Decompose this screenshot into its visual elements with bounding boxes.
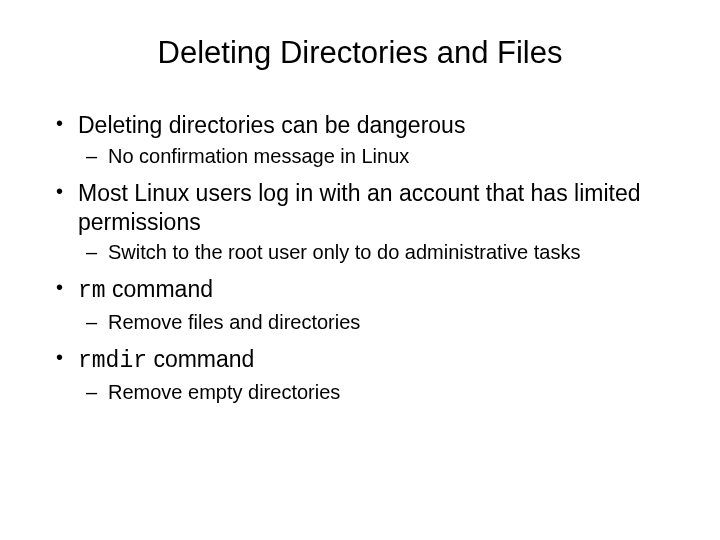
sub-bullet-text: Remove empty directories (108, 381, 340, 403)
bullet-list: Deleting directories can be dangerous No… (50, 111, 670, 405)
slide-title: Deleting Directories and Files (50, 35, 670, 71)
sub-bullet-item: Remove empty directories (78, 380, 670, 405)
sub-list: No confirmation message in Linux (78, 144, 670, 169)
code-text: rm (78, 278, 106, 304)
bullet-item: rm command Remove files and directories (50, 275, 670, 335)
sub-bullet-text: Switch to the root user only to do admin… (108, 241, 580, 263)
sub-bullet-item: Remove files and directories (78, 310, 670, 335)
bullet-item: Most Linux users log in with an account … (50, 179, 670, 266)
sub-list: Remove empty directories (78, 380, 670, 405)
sub-bullet-item: No confirmation message in Linux (78, 144, 670, 169)
sub-list: Switch to the root user only to do admin… (78, 240, 670, 265)
slide: Deleting Directories and Files Deleting … (0, 0, 720, 540)
bullet-text: Most Linux users log in with an account … (78, 180, 641, 235)
bullet-item: Deleting directories can be dangerous No… (50, 111, 670, 169)
code-text: rmdir (78, 348, 147, 374)
sub-list: Remove files and directories (78, 310, 670, 335)
sub-bullet-item: Switch to the root user only to do admin… (78, 240, 670, 265)
sub-bullet-text: No confirmation message in Linux (108, 145, 409, 167)
bullet-item: rmdir command Remove empty directories (50, 345, 670, 405)
sub-bullet-text: Remove files and directories (108, 311, 360, 333)
bullet-text: command (106, 276, 213, 302)
bullet-text: command (147, 346, 254, 372)
bullet-text: Deleting directories can be dangerous (78, 112, 465, 138)
